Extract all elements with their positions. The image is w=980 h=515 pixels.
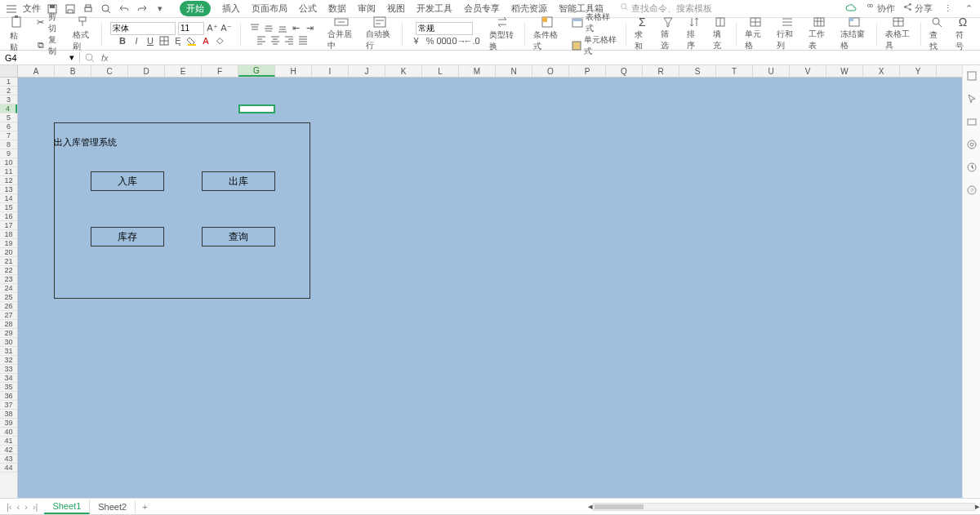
- cut-label[interactable]: 剪切: [48, 11, 61, 34]
- col-header-B[interactable]: B: [55, 65, 91, 77]
- col-header-H[interactable]: H: [275, 65, 312, 77]
- command-search[interactable]: 查找命令、搜索模板: [620, 2, 712, 15]
- row-header-21[interactable]: 21: [0, 257, 17, 266]
- scroll-right-icon[interactable]: ▸: [975, 501, 980, 512]
- tab-dev[interactable]: 开发工具: [416, 2, 452, 15]
- type-convert-label[interactable]: 类型转换: [489, 29, 516, 52]
- side-help-icon[interactable]: ?: [966, 184, 978, 196]
- row-header-16[interactable]: 16: [0, 212, 17, 221]
- row-header-2[interactable]: 2: [0, 87, 17, 95]
- row-header-17[interactable]: 17: [0, 221, 17, 230]
- col-header-S[interactable]: S: [679, 65, 716, 77]
- cell-style-icon[interactable]: [572, 40, 581, 51]
- btn-outbound[interactable]: 出库: [202, 171, 275, 191]
- paste-icon[interactable]: [10, 15, 24, 29]
- horizontal-scrollbar[interactable]: ◂ ▸: [588, 502, 980, 512]
- type-convert-icon[interactable]: [495, 16, 510, 29]
- row-header-10[interactable]: 10: [0, 158, 17, 167]
- row-header-7[interactable]: 7: [0, 131, 17, 140]
- col-header-A[interactable]: A: [18, 65, 55, 77]
- row-header-22[interactable]: 22: [0, 266, 17, 275]
- side-backup-icon[interactable]: [966, 162, 978, 173]
- symbol-icon[interactable]: Ω: [956, 16, 970, 29]
- percent-icon[interactable]: %: [425, 35, 436, 47]
- table-style-label[interactable]: 表格样式: [586, 11, 617, 34]
- row-header-27[interactable]: 27: [0, 311, 17, 320]
- align-right-icon[interactable]: [283, 34, 295, 46]
- col-header-E[interactable]: E: [165, 65, 202, 77]
- preview-icon[interactable]: [100, 2, 113, 16]
- col-header-I[interactable]: I: [312, 65, 349, 77]
- tab-nav-first-icon[interactable]: |‹: [7, 502, 12, 512]
- decrease-font-icon[interactable]: A⁻: [220, 23, 232, 34]
- row-header-33[interactable]: 33: [0, 365, 17, 374]
- cell-style-label[interactable]: 单元格样式: [584, 34, 617, 57]
- share-button[interactable]: 分享: [903, 2, 933, 15]
- col-header-Y[interactable]: Y: [900, 65, 937, 77]
- bold-button[interactable]: B: [117, 35, 128, 47]
- col-header-O[interactable]: O: [532, 65, 569, 77]
- rowcol-icon[interactable]: [780, 16, 795, 28]
- font-size-select[interactable]: [178, 22, 204, 35]
- sum-label[interactable]: 求和: [635, 29, 649, 52]
- decrease-decimal-icon[interactable]: ←.0: [466, 35, 478, 47]
- col-header-U[interactable]: U: [753, 65, 790, 77]
- row-header-32[interactable]: 32: [0, 356, 17, 365]
- format-painter-label[interactable]: 格式刷: [73, 29, 93, 52]
- col-header-Q[interactable]: Q: [606, 65, 643, 77]
- freeze-icon[interactable]: [847, 16, 862, 28]
- find-icon[interactable]: [929, 16, 944, 29]
- cloud-sync-icon[interactable]: [844, 2, 858, 16]
- chevron-down-icon[interactable]: ▾: [69, 52, 74, 63]
- increase-font-icon[interactable]: A⁺: [207, 23, 218, 34]
- side-style-icon[interactable]: [966, 116, 978, 127]
- row-header-5[interactable]: 5: [0, 113, 17, 122]
- row-header-6[interactable]: 6: [0, 122, 17, 131]
- indent-decrease-icon[interactable]: ⇤: [291, 23, 302, 34]
- row-header-13[interactable]: 13: [0, 185, 17, 194]
- redo-icon[interactable]: [136, 2, 149, 16]
- row-header-43[interactable]: 43: [0, 455, 17, 464]
- save-as-icon[interactable]: [64, 2, 77, 16]
- row-header-28[interactable]: 28: [0, 320, 17, 329]
- row-header-19[interactable]: 19: [0, 239, 17, 248]
- fill-label[interactable]: 填充: [713, 29, 728, 51]
- undo-icon[interactable]: [118, 2, 131, 16]
- row-header-25[interactable]: 25: [0, 293, 17, 302]
- align-top-icon[interactable]: [249, 23, 261, 34]
- row-header-44[interactable]: 44: [0, 464, 17, 473]
- border-button[interactable]: [158, 35, 170, 47]
- row-header-31[interactable]: 31: [0, 347, 17, 356]
- merge-icon[interactable]: [334, 16, 349, 28]
- row-header-11[interactable]: 11: [0, 167, 17, 176]
- tab-nav-prev-icon[interactable]: ‹: [17, 502, 20, 512]
- align-left-icon[interactable]: [256, 34, 267, 46]
- hamburger-icon[interactable]: [5, 2, 18, 16]
- wrap-icon[interactable]: [372, 16, 387, 28]
- currency-icon[interactable]: ¥: [411, 35, 422, 47]
- active-cell[interactable]: [238, 104, 275, 113]
- symbol-label[interactable]: 符号: [956, 29, 970, 52]
- tab-view[interactable]: 视图: [387, 2, 405, 15]
- side-select-icon[interactable]: [966, 70, 978, 82]
- paste-label[interactable]: 粘贴: [10, 30, 24, 53]
- tabletools-icon[interactable]: [891, 16, 906, 28]
- col-header-M[interactable]: M: [459, 65, 496, 77]
- collapse-ribbon-icon[interactable]: ⌃: [962, 2, 975, 16]
- justify-icon[interactable]: [297, 34, 309, 46]
- align-center-icon[interactable]: [270, 34, 281, 46]
- row-header-20[interactable]: 20: [0, 248, 17, 257]
- tab-formula[interactable]: 公式: [299, 2, 317, 15]
- thousands-icon[interactable]: 000: [439, 35, 450, 47]
- underline-button[interactable]: U: [145, 35, 156, 47]
- clear-format-icon[interactable]: ◇: [214, 35, 225, 47]
- wrap-label[interactable]: 自动换行: [366, 29, 393, 51]
- italic-button[interactable]: I: [131, 35, 142, 47]
- row-header-8[interactable]: 8: [0, 140, 17, 149]
- fill-icon[interactable]: [713, 16, 728, 28]
- font-name-select[interactable]: [110, 22, 176, 35]
- tab-start[interactable]: 开始: [180, 1, 211, 16]
- row-header-26[interactable]: 26: [0, 302, 17, 311]
- btn-query[interactable]: 查询: [202, 227, 275, 246]
- btn-stock[interactable]: 库存: [91, 227, 164, 246]
